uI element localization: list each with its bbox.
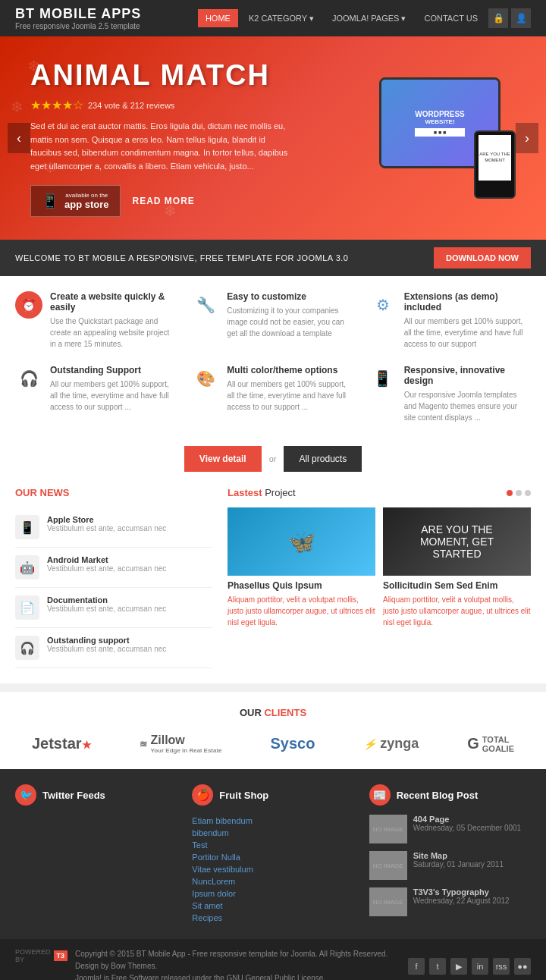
project-img-dark: ARE YOU THEMOMENT, GETSTARTED	[383, 507, 531, 576]
fruitshop-link[interactable]: Test	[192, 839, 353, 851]
fruitshop-links: Etiam bibendumbibendumTestPortitor Nulla…	[192, 815, 353, 924]
project-image-2: ARE YOU THEMOMENT, GETSTARTED	[383, 507, 531, 576]
footer-blog-title: 📰 Recent Blog Post	[369, 784, 531, 806]
feature-item: 📱 Responsive, innovative design Our resp…	[369, 365, 531, 423]
vote-count: 234 vote & 212 reviews	[88, 101, 174, 110]
feature-content: Multi color/theme options All our member…	[227, 365, 353, 423]
nav-home[interactable]: HOME	[198, 9, 238, 27]
feature-title: Multi color/theme options	[227, 365, 353, 375]
powered-text: POWEREDBY	[15, 948, 51, 963]
fruitshop-link[interactable]: Ipsum dolor	[192, 887, 353, 900]
client-zillow: ≋ Zillow Your Edge in Real Estate	[140, 733, 221, 754]
feature-icon: 📱	[369, 365, 397, 392]
feature-item: 🎨 Multi color/theme options All our memb…	[192, 365, 353, 423]
action-buttons: View detail or All products	[15, 446, 531, 472]
fruitshop-link[interactable]: Etiam bibendum	[192, 815, 353, 827]
blog-thumbnail: NO IMAGE	[369, 887, 407, 916]
news-item-content: Outstanding support Vestibulum est ante,…	[47, 636, 166, 653]
news-item-content: Android Market Vestibulum est ante, accu…	[47, 555, 166, 573]
nav-user-button[interactable]: 👤	[511, 8, 531, 28]
news-item-icon: 📱	[15, 515, 39, 539]
dot-2[interactable]	[516, 490, 522, 496]
all-products-button[interactable]: All products	[284, 446, 362, 472]
feature-item: 🔧 Easy to customize Customizing it to yo…	[192, 291, 353, 350]
news-item-icon: 📄	[15, 595, 39, 620]
project-title-2: Sollicitudin Sem Sed Enim	[383, 580, 531, 591]
feature-icon: 🔧	[192, 291, 219, 319]
feature-item: ⏰ Create a website quickly & easily Use …	[15, 291, 177, 350]
feature-content: Extensions (as demo) included All our me…	[404, 291, 531, 350]
feature-item: ⚙ Extensions (as demo) included All our …	[369, 291, 531, 350]
social-twitter[interactable]: t	[429, 958, 446, 975]
welcome-text: WELCOME TO BT MOBILE A RESPONSIVE, FREE …	[15, 253, 348, 262]
feature-text: All our members get 100% support, all th…	[227, 378, 353, 413]
appstore-button[interactable]: 📱 available on the app store	[30, 185, 121, 217]
fruitshop-link[interactable]: Vitae vestibulum	[192, 863, 353, 875]
social-linkedin[interactable]: in	[472, 958, 488, 975]
news-item[interactable]: 📄 Documentation Vestibulum est ante, acc…	[15, 588, 212, 628]
blog-title[interactable]: 404 Page	[413, 815, 522, 824]
hero-prev-button[interactable]: ‹	[8, 123, 30, 153]
footer-bottom: POWEREDBY T3 Copyright © 2015 BT Mobile …	[0, 939, 546, 980]
feature-content: Create a website quickly & easily Use th…	[50, 291, 177, 350]
social-icons: f t ▶ in rss ●●	[408, 958, 531, 975]
logo: BT MOBILE APPS Free responsive Joomla 2.…	[15, 6, 141, 30]
readmore-button[interactable]: READ MORE	[133, 196, 195, 206]
dot-3[interactable]	[525, 490, 531, 496]
news-item-sub: Vestibulum est ante, accumsan nec	[47, 605, 166, 613]
copy-line2: Design by Bow Themes.	[75, 960, 388, 972]
news-item[interactable]: 🎧 Outstanding support Vestibulum est ant…	[15, 628, 212, 668]
news-item-title: Android Market	[47, 555, 166, 564]
social-facebook[interactable]: f	[408, 958, 425, 975]
fruitshop-link[interactable]: Portitor Nulla	[192, 851, 353, 863]
feature-icon: ⏰	[15, 291, 42, 319]
blog-thumbnail: NO IMAGE	[369, 815, 407, 843]
footer: 🐦 Twitter Feeds 🍎 Fruit Shop Etiam biben…	[0, 769, 546, 939]
our-news: OUR NEWS 📱 Apple Store Vestibulum est an…	[15, 487, 212, 668]
project-header: Lastest Project	[228, 487, 531, 498]
news-item[interactable]: 📱 Apple Store Vestibulum est ante, accum…	[15, 507, 212, 548]
fruitshop-link[interactable]: Sit amet	[192, 900, 353, 912]
feature-title: Create a website quickly & easily	[50, 291, 177, 313]
clients-title: OUR CLIENTS	[15, 707, 531, 718]
fruitshop-link[interactable]: Recipes	[192, 912, 353, 924]
project-desc-2: Aliquam porttitor, velit a volutpat moll…	[383, 594, 531, 628]
blog-title[interactable]: Site Map	[413, 851, 504, 860]
hero-buttons: 📱 available on the app store READ MORE	[30, 185, 364, 217]
nav-lock-button[interactable]: 🔒	[488, 8, 508, 28]
footer-fruitshop-col: 🍎 Fruit Shop Etiam bibendumbibendumTestP…	[192, 784, 353, 924]
news-item[interactable]: 🤖 Android Market Vestibulum est ante, ac…	[15, 548, 212, 588]
twitter-label: Twitter Feeds	[42, 790, 105, 801]
view-detail-button[interactable]: View detail	[184, 446, 262, 472]
news-section-title: OUR NEWS	[15, 487, 212, 498]
hero-devices: WORDPRESS WEBSITE! ■ ■ ■ ARE YOU THE MOM…	[364, 77, 516, 199]
hero-rating: ★★★★☆ 234 vote & 212 reviews	[30, 98, 364, 112]
dot-1[interactable]	[507, 490, 513, 496]
hero-next-button[interactable]: ›	[516, 123, 538, 153]
fruitshop-link[interactable]: bibendum	[192, 827, 353, 839]
blog-title[interactable]: T3V3's Typography	[413, 887, 510, 897]
nav-k2[interactable]: K2 CATEGORY ▾	[241, 9, 322, 28]
phone-icon: 📱	[42, 193, 58, 209]
blog-info: T3V3's Typography Wednesday, 22 August 2…	[413, 887, 510, 916]
blog-label: Recent Blog Post	[397, 790, 479, 801]
project-section-title: Lastest Project	[228, 487, 296, 498]
news-item-sub: Vestibulum est ante, accumsan nec	[47, 524, 166, 532]
footer-blog-col: 📰 Recent Blog Post NO IMAGE 404 Page Wed…	[369, 784, 531, 924]
social-youtube[interactable]: ▶	[450, 958, 467, 975]
social-rss[interactable]: rss	[493, 958, 510, 975]
blog-post-item: NO IMAGE Site Map Saturday, 01 January 2…	[369, 851, 531, 880]
nav-joomla[interactable]: JOOMLA! PAGES ▾	[325, 9, 414, 28]
logo-subtitle: Free responsive Joomla 2.5 template	[15, 22, 141, 30]
logo-title: BT MOBILE APPS	[15, 6, 141, 22]
nav-contact[interactable]: CONTACT US	[417, 9, 486, 27]
copy-line1: Copyright © 2015 BT Mobile App - Free re…	[75, 948, 388, 960]
fruitshop-link[interactable]: NuncLorem	[192, 875, 353, 887]
download-button[interactable]: DOWNLOAD NOW	[434, 247, 531, 269]
social-other[interactable]: ●●	[514, 958, 531, 975]
news-item-content: Apple Store Vestibulum est ante, accumsa…	[47, 515, 166, 532]
client-jetstar: Jetstar★	[32, 735, 92, 752]
blog-date: Wednesday, 05 December 0001	[413, 824, 522, 832]
feature-content: Easy to customize Customizing it to your…	[227, 291, 353, 350]
clients-logos: Jetstar★ ≋ Zillow Your Edge in Real Esta…	[15, 733, 531, 754]
